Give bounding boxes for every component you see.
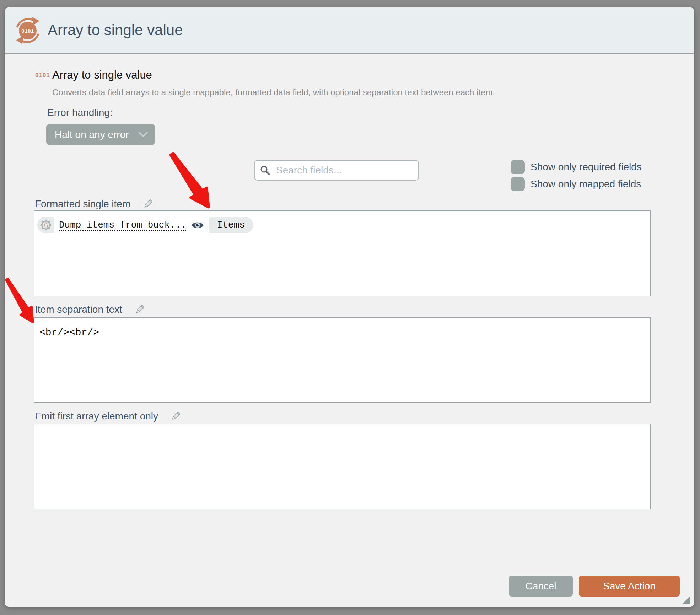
filter-row-required: Show only required fields bbox=[511, 160, 642, 174]
resize-grip[interactable] bbox=[682, 596, 690, 604]
operation-description: Converts data field arrays to a single m… bbox=[52, 87, 495, 98]
edit-pencil-icon[interactable] bbox=[134, 304, 146, 316]
error-handling-label: Error handling: bbox=[47, 107, 113, 118]
emit-first-array-element-only-input[interactable] bbox=[34, 424, 651, 509]
formatted-single-item-label-row: Formatted single item bbox=[35, 197, 154, 211]
array-to-single-value-dialog: 0101 Array to single value 0101 Array to… bbox=[5, 7, 694, 607]
filter-label-mapped: Show only mapped fields bbox=[531, 178, 641, 190]
cancel-button[interactable]: Cancel bbox=[509, 576, 573, 597]
field-label-emit-first-array-element-only: Emit first array element only bbox=[35, 411, 158, 422]
dialog-header: 0101 Array to single value bbox=[5, 7, 694, 54]
item-separation-text-value: <br/><br/> bbox=[39, 327, 99, 338]
search-icon bbox=[260, 165, 270, 176]
token-cap bbox=[38, 217, 54, 233]
error-handling-dropdown[interactable]: Halt on any error bbox=[46, 124, 155, 145]
item-separation-label-row: Item separation text bbox=[35, 303, 146, 316]
search-fields-box bbox=[254, 160, 419, 181]
formatted-single-item-input[interactable]: Dump items from buck... Items bbox=[34, 210, 651, 296]
item-separation-text-input[interactable]: <br/><br/> bbox=[34, 317, 651, 403]
dialog-title: Array to single value bbox=[48, 22, 183, 39]
mapped-data-token[interactable]: Dump items from buck... Items bbox=[37, 217, 253, 233]
checkbox-show-required-fields[interactable] bbox=[511, 160, 525, 174]
field-label-formatted-single-item: Formatted single item bbox=[35, 198, 130, 210]
icon-binary-text: 0101 bbox=[21, 28, 34, 34]
emit-first-label-row: Emit first array element only bbox=[35, 410, 182, 423]
token-source-text: Dump items from buck... bbox=[59, 220, 187, 230]
filter-row-mapped: Show only mapped fields bbox=[511, 177, 641, 191]
chevron-down-icon bbox=[139, 132, 148, 138]
search-input[interactable] bbox=[275, 164, 413, 176]
token-source-segment: Dump items from buck... bbox=[54, 217, 209, 233]
token-property-label: Items bbox=[209, 217, 253, 233]
connector-gear-icon bbox=[39, 218, 53, 232]
edit-pencil-icon[interactable] bbox=[142, 198, 154, 210]
checkbox-show-mapped-fields[interactable] bbox=[511, 177, 525, 191]
operation-title: Array to single value bbox=[52, 69, 152, 81]
array-transform-icon: 0101 bbox=[13, 16, 43, 46]
error-handling-selected-value: Halt on any error bbox=[55, 129, 136, 140]
save-action-button[interactable]: Save Action bbox=[579, 576, 680, 597]
operation-mini-icon: 0101 bbox=[35, 72, 50, 79]
edit-pencil-icon[interactable] bbox=[169, 410, 182, 422]
preview-eye-icon[interactable] bbox=[191, 221, 204, 230]
filter-label-required: Show only required fields bbox=[531, 161, 642, 173]
field-label-item-separation-text: Item separation text bbox=[35, 304, 122, 315]
